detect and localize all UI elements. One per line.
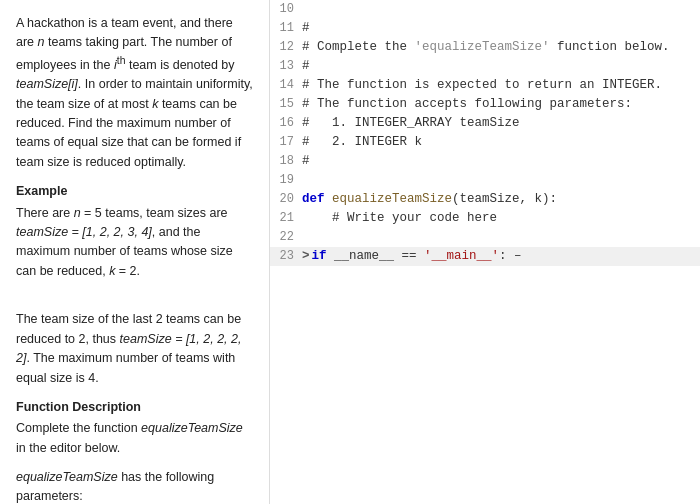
line-number: 12 xyxy=(270,38,302,57)
line-number: 10 xyxy=(270,0,302,19)
line-code[interactable]: # xyxy=(302,57,700,76)
code-line-11: 11 # xyxy=(270,19,700,38)
example-body-2: The team size of the last 2 teams can be… xyxy=(16,310,253,388)
line-number: 19 xyxy=(270,171,302,190)
code-line-21: 21 # Write your code here xyxy=(270,209,700,228)
line-number: 20 xyxy=(270,190,302,209)
example-title: Example xyxy=(16,182,253,201)
code-line-22: 22 xyxy=(270,228,700,247)
param-title: equalizeTeamSize has the following param… xyxy=(16,468,253,504)
code-line-18: 18 # xyxy=(270,152,700,171)
func-desc-body: Complete the function equalizeTeamSize i… xyxy=(16,419,253,458)
line-number: 17 xyxy=(270,133,302,152)
code-line-23: 23 > if __name__ == '__main__': – xyxy=(270,247,700,266)
intro-text: A hackathon is a team event, and there a… xyxy=(16,14,253,172)
line-code[interactable]: # Complete the 'equalizeTeamSize' functi… xyxy=(302,38,700,57)
func-desc-title: Function Description xyxy=(16,398,253,417)
code-line-17: 17 # 2. INTEGER k xyxy=(270,133,700,152)
line-number: 11 xyxy=(270,19,302,38)
code-line-15: 15 # The function accepts following para… xyxy=(270,95,700,114)
code-line-12: 12 # Complete the 'equalizeTeamSize' fun… xyxy=(270,38,700,57)
line-code[interactable]: # Write your code here xyxy=(302,209,700,228)
parameters-block: equalizeTeamSize has the following param… xyxy=(16,468,253,504)
line-code[interactable]: # xyxy=(302,19,700,38)
line-code[interactable]: # xyxy=(302,152,700,171)
line-number: 23 xyxy=(270,247,302,266)
line-number: 13 xyxy=(270,57,302,76)
code-line-13: 13 # xyxy=(270,57,700,76)
code-lines: 10 11 # 12 # Complete the 'equalizeTeamS… xyxy=(270,0,700,266)
line-number: 14 xyxy=(270,76,302,95)
line-number: 16 xyxy=(270,114,302,133)
line-number: 22 xyxy=(270,228,302,247)
line-number: 15 xyxy=(270,95,302,114)
code-line-10: 10 xyxy=(270,0,700,19)
line-code[interactable]: # 1. INTEGER_ARRAY teamSize xyxy=(302,114,700,133)
example-body-1: There are n = 5 teams, team sizes are te… xyxy=(16,204,253,282)
gt-marker: > xyxy=(302,247,312,266)
line-code[interactable]: if __name__ == '__main__': – xyxy=(312,247,700,266)
code-line-14: 14 # The function is expected to return … xyxy=(270,76,700,95)
example-block: Example There are n = 5 teams, team size… xyxy=(16,182,253,388)
code-line-20: 20 def equalizeTeamSize(teamSize, k): xyxy=(270,190,700,209)
function-description-block: Function Description Complete the functi… xyxy=(16,398,253,458)
code-line-16: 16 # 1. INTEGER_ARRAY teamSize xyxy=(270,114,700,133)
line-code[interactable]: # The function accepts following paramet… xyxy=(302,95,700,114)
line-code[interactable]: # The function is expected to return an … xyxy=(302,76,700,95)
line-code[interactable]: # 2. INTEGER k xyxy=(302,133,700,152)
description-panel: A hackathon is a team event, and there a… xyxy=(0,0,270,504)
code-line-19: 19 xyxy=(270,171,700,190)
code-editor[interactable]: 10 11 # 12 # Complete the 'equalizeTeamS… xyxy=(270,0,700,504)
line-code[interactable]: def equalizeTeamSize(teamSize, k): xyxy=(302,190,700,209)
line-number: 18 xyxy=(270,152,302,171)
line-number: 21 xyxy=(270,209,302,228)
